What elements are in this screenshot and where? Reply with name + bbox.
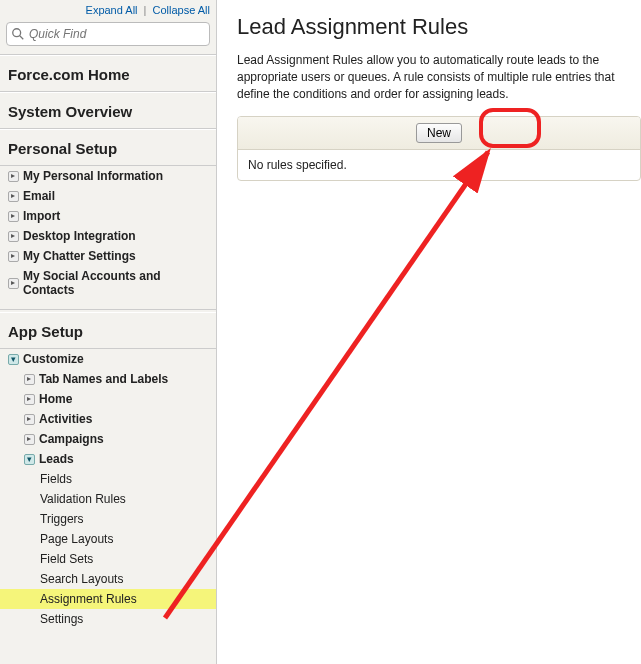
- nav-customize[interactable]: ▾Customize: [0, 349, 216, 369]
- nav-label: My Chatter Settings: [23, 249, 136, 263]
- nav-import[interactable]: ▸Import: [0, 206, 216, 226]
- nav-label: Search Layouts: [40, 572, 123, 586]
- nav-label: Validation Rules: [40, 492, 126, 506]
- page-title: Lead Assignment Rules: [237, 14, 641, 40]
- nav-label: Desktop Integration: [23, 229, 136, 243]
- expand-icon: ▸: [22, 432, 36, 446]
- nav-email[interactable]: ▸Email: [0, 186, 216, 206]
- nav-campaigns[interactable]: ▸Campaigns: [0, 429, 216, 449]
- app-setup-list: ▾Customize ▸Tab Names and Labels ▸Home ▸…: [0, 349, 216, 629]
- expand-icon: ▸: [22, 372, 36, 386]
- nav-chatter-settings[interactable]: ▸My Chatter Settings: [0, 246, 216, 266]
- nav-label: Activities: [39, 412, 92, 426]
- nav-label: Tab Names and Labels: [39, 372, 168, 386]
- nav-label: Customize: [23, 352, 84, 366]
- main-content: Lead Assignment Rules Lead Assignment Ru…: [217, 0, 641, 664]
- nav-leads-search-layouts[interactable]: Search Layouts: [0, 569, 216, 589]
- empty-message: No rules specified.: [248, 158, 347, 172]
- collapse-icon: ▾: [6, 352, 20, 366]
- nav-desktop-integration[interactable]: ▸Desktop Integration: [0, 226, 216, 246]
- expand-all-link[interactable]: Expand All: [86, 4, 138, 16]
- nav-leads-field-sets[interactable]: Field Sets: [0, 549, 216, 569]
- expand-icon: ▸: [6, 229, 20, 243]
- nav-leads-settings[interactable]: Settings: [0, 609, 216, 629]
- nav-leads[interactable]: ▾Leads: [0, 449, 216, 469]
- personal-setup-header: Personal Setup: [0, 129, 216, 166]
- expand-icon: ▸: [6, 169, 20, 183]
- nav-activities[interactable]: ▸Activities: [0, 409, 216, 429]
- nav-label: Import: [23, 209, 60, 223]
- nav-label: My Personal Information: [23, 169, 163, 183]
- nav-label: My Social Accounts and Contacts: [23, 269, 212, 297]
- nav-label: Email: [23, 189, 55, 203]
- expand-icon: ▸: [6, 189, 20, 203]
- personal-setup-list: ▸My Personal Information ▸Email ▸Import …: [0, 166, 216, 300]
- expand-icon: ▸: [6, 249, 20, 263]
- nav-label: Leads: [39, 452, 74, 466]
- app-setup-header: App Setup: [0, 312, 216, 349]
- search-wrap: [0, 18, 216, 55]
- rules-panel: New No rules specified.: [237, 116, 641, 181]
- collapse-icon: ▾: [22, 452, 36, 466]
- svg-point-0: [13, 29, 21, 37]
- expand-icon: ▸: [6, 209, 20, 223]
- top-links: Expand All | Collapse All: [0, 0, 216, 18]
- nav-home[interactable]: ▸Home: [0, 389, 216, 409]
- nav-leads-assignment-rules[interactable]: Assignment Rules: [0, 589, 216, 609]
- nav-label: Campaigns: [39, 432, 104, 446]
- nav-label: Assignment Rules: [40, 592, 137, 606]
- collapse-all-link[interactable]: Collapse All: [153, 4, 210, 16]
- nav-label: Field Sets: [40, 552, 93, 566]
- nav-leads-triggers[interactable]: Triggers: [0, 509, 216, 529]
- nav-leads-validation[interactable]: Validation Rules: [0, 489, 216, 509]
- panel-body: No rules specified.: [238, 150, 640, 180]
- page-description: Lead Assignment Rules allow you to autom…: [237, 52, 641, 102]
- search-box: [6, 22, 210, 46]
- expand-icon: ▸: [22, 412, 36, 426]
- expand-icon: ▸: [22, 392, 36, 406]
- search-icon: [11, 27, 25, 41]
- panel-toolbar: New: [238, 117, 640, 150]
- nav-tab-names[interactable]: ▸Tab Names and Labels: [0, 369, 216, 389]
- nav-label: Fields: [40, 472, 72, 486]
- system-overview-link[interactable]: System Overview: [0, 92, 216, 129]
- nav-label: Page Layouts: [40, 532, 113, 546]
- nav-label: Home: [39, 392, 72, 406]
- forcecom-home-link[interactable]: Force.com Home: [0, 55, 216, 92]
- nav-social-accounts[interactable]: ▸My Social Accounts and Contacts: [0, 266, 216, 300]
- expand-icon: ▸: [6, 276, 20, 290]
- divider: [0, 300, 216, 310]
- nav-leads-fields[interactable]: Fields: [0, 469, 216, 489]
- nav-label: Triggers: [40, 512, 84, 526]
- nav-label: Settings: [40, 612, 83, 626]
- nav-leads-page-layouts[interactable]: Page Layouts: [0, 529, 216, 549]
- separator: |: [144, 4, 147, 16]
- svg-line-1: [20, 36, 24, 40]
- nav-my-personal-info[interactable]: ▸My Personal Information: [0, 166, 216, 186]
- quick-find-input[interactable]: [25, 25, 205, 43]
- setup-sidebar: Expand All | Collapse All Force.com Home…: [0, 0, 217, 664]
- new-button[interactable]: New: [416, 123, 462, 143]
